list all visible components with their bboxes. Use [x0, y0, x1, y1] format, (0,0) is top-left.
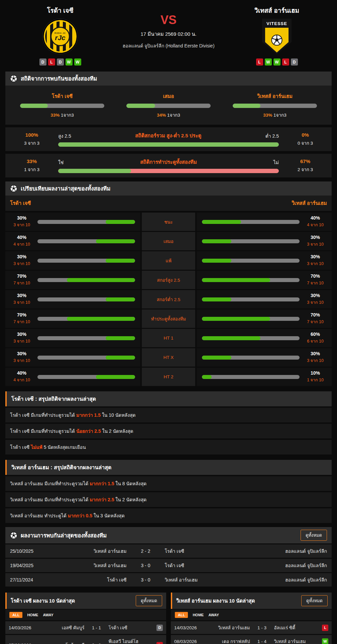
result-row[interactable]: 07/03/2026โรด้า เจซี0 - 2พีเอสวี ไอนด์โฮ…: [5, 635, 166, 644]
left-count: 4 จาก 10: [11, 377, 33, 383]
football-icon: [271, 34, 283, 46]
summary-highlight: มากกว่า 1.5: [90, 481, 114, 486]
right-progress-bar: [202, 336, 300, 340]
summary-stat-row: โรด้า เจซี ไม่แพ้ 5 นัดหลังสุดเกมเยือน: [5, 440, 332, 455]
progress-bar-fill: [106, 220, 135, 224]
meeting-row[interactable]: 25/10/2025วิเทสส์ อาร์นเฮม2 - 2โรด้า เจซ…: [5, 544, 332, 558]
result-away-team: วิเทสส์ อาร์นเฮม: [271, 638, 320, 644]
result-score: 0 - 2: [88, 643, 105, 644]
ou-bar-area: สูง 2.5 สถิติสกอร์รวม สูง-ต่ำ 2.5 ประตู …: [58, 132, 279, 147]
meetings-section: ผลงานการพบกันล่าสุดของทั้งสองทีม ดูทั้งห…: [0, 527, 337, 587]
result-score: 1 - 4: [253, 639, 271, 644]
summary-text-post: ใน 2 นัดหลังสุด: [114, 497, 146, 502]
comparison-row: 30%3 จาก 10แพ้30%3 จาก 10: [5, 251, 332, 270]
h2h-column-stats: 33% 1จาก3: [263, 111, 286, 119]
btts-left-stats: 33% 1 จาก 3: [12, 158, 51, 173]
comparison-left-cell: 30%3 จาก 10: [5, 290, 140, 308]
ou-left-count: 3 จาก 3: [12, 139, 51, 147]
home-team-logo: RODA JC rJc: [43, 18, 78, 54]
summary-text-pre: โรด้า เจซี: [10, 444, 31, 450]
result-score: 1 - 3: [253, 625, 271, 630]
result-badge-d: D: [156, 625, 163, 631]
form-badge-w: W: [74, 58, 81, 66]
right-percent: 30%: [304, 235, 326, 240]
h2h-section-title: สถิติจากการพบกันของทั้งสองทีม: [21, 74, 97, 83]
meeting-score: 3 - 0: [134, 563, 157, 568]
ou-over-label: สูง 2.5: [58, 132, 71, 140]
h2h-section: สถิติจากการพบกันของทั้งสองทีม โรด้า เจซี…: [0, 72, 337, 125]
form-badge-w: W: [265, 58, 272, 66]
summary-stat-row: โรด้า เจซี มีเกมที่ทำประตูรวมได้ มากกว่า…: [5, 408, 332, 422]
meetings-section-title: ผลงานการพบกันล่าสุดของทั้งสองทีม: [21, 531, 107, 540]
tab-all[interactable]: ALL: [175, 612, 188, 618]
progress-bar-fill: [58, 169, 131, 173]
meeting-row[interactable]: 27/11/2024โรด้า เจซี3 - 0วิเทสส์ อาร์นเฮ…: [5, 573, 332, 587]
meeting-row[interactable]: 19/04/2025วิเทสส์ อาร์นเฮม3 - 0โรด้า เจซ…: [5, 559, 332, 572]
h2h-percent: 34%: [157, 113, 166, 118]
tab-away[interactable]: AWAY: [43, 613, 53, 617]
meeting-league: ฮอลแลนด์ จูปิแลร์ลีก: [255, 547, 327, 555]
right-percent: 30%: [304, 254, 326, 259]
result-row[interactable]: 14/03/2026วิเทสส์ อาร์นเฮม1 - 3อัลเมเร่ …: [171, 621, 332, 634]
comparison-right-stats: 30%3 จาก 10: [304, 254, 326, 267]
comparison-metric-label: HT 1: [142, 329, 195, 347]
vitesse-crest-icon: VITESSE: [262, 19, 292, 54]
view-all-button[interactable]: ดูทั้งหมด: [136, 595, 162, 606]
away-team-logo: VITESSE: [262, 18, 292, 54]
summary-text-post: 5 นัดหลังสุดเกมเยือน: [42, 444, 86, 450]
meeting-date: 27/11/2024: [10, 577, 60, 583]
comparison-right-cell: 30%3 จาก 10: [197, 290, 332, 308]
left-progress-bar: [37, 220, 135, 224]
comparison-row: 70%7 จาก 10สกอร์สูง 2.570%7 จาก 10: [5, 271, 332, 289]
team-table-header: โรด้า เจซี ผลงาน 10 นัดล่าสุดดูทั้งหมด: [5, 593, 166, 609]
progress-bar-fill: [233, 104, 260, 108]
result-row[interactable]: 08/03/2026เดอ กราฟสคัป1 - 4วิเทสส์ อาร์น…: [171, 635, 332, 644]
summary-stat-row: วิเทสส์ อาร์นเฮม ทำประตูได้ มากกว่า 0.5 …: [5, 508, 332, 523]
h2h-progress-bar: [233, 104, 317, 108]
result-date: 14/03/2026: [174, 625, 204, 630]
btts-labels: ใช่ สถิติการทำประตูทั้งสองทีม ไม่: [58, 158, 279, 166]
comparison-row: 70%7 จาก 10ทำประตูทั้งสองทีม70%7 จาก 10: [5, 309, 332, 328]
meeting-home-team: โรด้า เจซี: [60, 576, 134, 584]
btts-card: 33% 1 จาก 3 ใช่ สถิติการทำประตูทั้งสองที…: [5, 154, 332, 177]
tab-home[interactable]: HOME: [27, 613, 38, 617]
view-all-button[interactable]: ดูทั้งหมด: [301, 595, 328, 606]
team-table-title: โรด้า เจซี ผลงาน 10 นัดล่าสุด: [11, 597, 75, 605]
left-progress-bar: [37, 336, 135, 340]
progress-bar-fill: [58, 142, 279, 147]
progress-bar-fill: [106, 297, 135, 301]
right-count: 7 จาก 10: [304, 318, 326, 325]
result-row[interactable]: 14/03/2026เอสซี คัมบูร์1 - 1โรด้า เจซีD: [5, 621, 166, 634]
summary-text-post: ใน 3 นัดหลังสุด: [92, 513, 125, 518]
match-stats-page: โรด้า เจซี RODA JC rJc DLDWW VS 17 มีนาค…: [0, 0, 337, 644]
meeting-league: ฮอลแลนด์ จูปิแลร์ลีก: [255, 562, 327, 569]
tab-away[interactable]: AWAY: [208, 613, 219, 617]
result-badge-wrap: D: [154, 625, 163, 631]
h2h-column: วิเทสส์ อาร์นเฮม33% 1จาก3: [233, 92, 317, 119]
summary-section-title: วิเทสส์ อาร์นเฮม : สรุปสถิติจากผลงานล่าส…: [5, 460, 332, 475]
comparison-left-cell: 30%3 จาก 10: [5, 329, 140, 347]
right-progress-bar: [202, 356, 300, 360]
tab-all[interactable]: ALL: [9, 612, 22, 618]
btts-left-count: 1 จาก 3: [12, 166, 51, 173]
team-table-tabs: ALLHOMEAWAY: [171, 610, 332, 620]
right-percent: 10%: [304, 370, 326, 376]
comparison-section-header: เปรียบเทียบผลงานล่าสุดของทั้งสองทีม: [5, 181, 332, 196]
comparison-right-stats: 40%4 จาก 10: [304, 215, 326, 228]
meetings-rows: 25/10/2025วิเทสส์ อาร์นเฮม2 - 2โรด้า เจซ…: [0, 544, 337, 587]
summary-highlight: มากกว่า 0.5: [68, 513, 92, 518]
meeting-league: ฮอลแลนด์ จูปิแลร์ลีก: [255, 576, 327, 584]
left-percent: 70%: [11, 273, 33, 279]
result-badge-l: L: [156, 642, 163, 644]
comparison-right-stats: 30%3 จาก 10: [304, 235, 326, 248]
progress-bar-fill: [106, 336, 135, 340]
result-date: 14/03/2026: [9, 625, 39, 630]
right-count: 4 จาก 10: [304, 222, 326, 228]
left-count: 7 จาก 10: [11, 280, 33, 286]
left-percent: 30%: [11, 293, 33, 298]
tab-home[interactable]: HOME: [193, 613, 204, 617]
view-all-meetings-button[interactable]: ดูทั้งหมด: [301, 530, 327, 541]
right-count: 3 จาก 10: [304, 357, 326, 364]
home-team-name: โรด้า เจซี: [47, 5, 73, 15]
btts-progress-bar: [58, 169, 279, 173]
